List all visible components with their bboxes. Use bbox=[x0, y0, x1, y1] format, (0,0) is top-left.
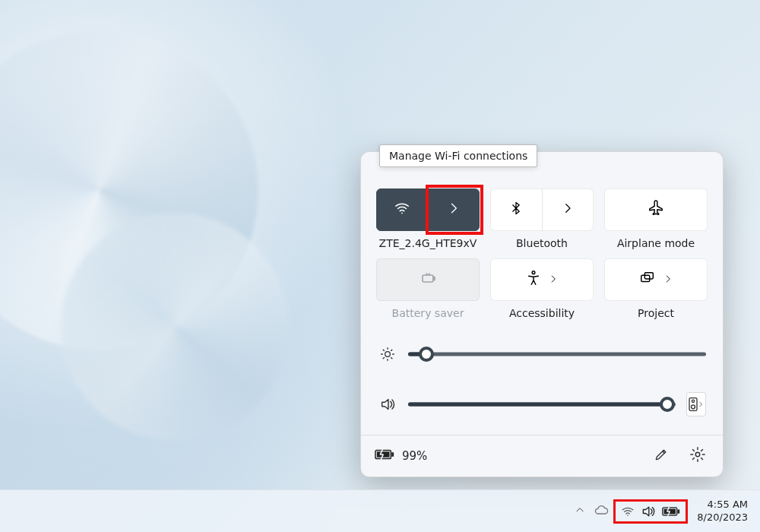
volume-slider[interactable] bbox=[408, 397, 676, 412]
brightness-slider[interactable] bbox=[408, 347, 706, 362]
brightness-slider-row bbox=[378, 347, 706, 362]
edit-quick-settings-button[interactable] bbox=[650, 445, 673, 467]
svg-rect-16 bbox=[678, 509, 680, 513]
gear-icon bbox=[689, 446, 706, 466]
bluetooth-toggle[interactable] bbox=[491, 189, 542, 230]
wifi-tile[interactable] bbox=[376, 188, 480, 231]
accessibility-tile-label: Accessibility bbox=[509, 307, 575, 322]
battery-charging-icon bbox=[662, 505, 680, 518]
taskbar-time: 4:55 AM bbox=[697, 499, 748, 511]
wifi-expand-button[interactable] bbox=[428, 189, 480, 230]
chevron-right-icon bbox=[548, 273, 559, 287]
svg-rect-1 bbox=[423, 275, 433, 282]
bluetooth-tile-label: Bluetooth bbox=[516, 237, 568, 252]
battery-status-button[interactable]: 99% bbox=[375, 448, 427, 464]
cloud-icon bbox=[594, 505, 609, 521]
svg-point-8 bbox=[692, 400, 694, 402]
airplane-icon bbox=[648, 200, 664, 220]
chevron-right-icon bbox=[561, 201, 575, 218]
battery-saver-tile bbox=[376, 258, 480, 301]
battery-saver-tile-label: Battery saver bbox=[392, 307, 464, 322]
quick-settings-tiles: ZTE_2.4G_HTE9xV Bluetooth bbox=[376, 188, 708, 322]
chevron-up-icon bbox=[575, 505, 585, 518]
taskbar-clock[interactable]: 4:55 AM 8/20/2023 bbox=[689, 499, 752, 524]
accessibility-tile[interactable] bbox=[490, 258, 594, 301]
chevron-right-icon bbox=[446, 201, 461, 219]
bluetooth-tile[interactable] bbox=[490, 188, 594, 231]
svg-point-0 bbox=[401, 213, 403, 214]
brightness-icon bbox=[378, 347, 397, 362]
quick-settings-panel: Manage Wi-Fi connections bbox=[360, 151, 724, 477]
project-tile[interactable] bbox=[604, 258, 708, 301]
project-icon bbox=[638, 270, 657, 290]
svg-point-3 bbox=[532, 271, 535, 274]
wifi-manage-tooltip: Manage Wi-Fi connections bbox=[379, 144, 537, 167]
svg-point-9 bbox=[692, 405, 695, 409]
wifi-toggle[interactable] bbox=[377, 189, 428, 230]
project-tile-label: Project bbox=[638, 307, 674, 322]
audio-output-button[interactable] bbox=[686, 392, 706, 416]
tray-overflow-button[interactable] bbox=[569, 505, 591, 518]
svg-rect-2 bbox=[433, 277, 435, 280]
svg-point-13 bbox=[695, 452, 700, 457]
battery-percent-text: 99% bbox=[402, 449, 427, 463]
wifi-icon bbox=[394, 200, 410, 220]
pencil-icon bbox=[654, 447, 669, 465]
tray-network-sound-battery[interactable] bbox=[615, 501, 686, 522]
accessibility-icon bbox=[525, 270, 542, 290]
settings-button[interactable] bbox=[686, 445, 709, 467]
quick-settings-footer: 99% bbox=[361, 435, 723, 477]
volume-slider-row bbox=[378, 392, 706, 416]
airplane-mode-tile[interactable] bbox=[604, 188, 708, 231]
chevron-right-icon bbox=[663, 273, 673, 287]
taskbar: 4:55 AM 8/20/2023 bbox=[0, 489, 760, 532]
taskbar-date: 8/20/2023 bbox=[697, 511, 748, 524]
battery-charging-icon bbox=[375, 448, 394, 464]
tray-onedrive-button[interactable] bbox=[591, 502, 612, 521]
svg-rect-11 bbox=[391, 452, 394, 457]
volume-icon bbox=[378, 396, 397, 413]
svg-point-6 bbox=[385, 352, 391, 357]
volume-icon bbox=[641, 504, 656, 519]
wifi-icon bbox=[621, 505, 635, 518]
battery-saver-icon bbox=[419, 269, 437, 290]
wifi-tile-label: ZTE_2.4G_HTE9xV bbox=[379, 237, 477, 252]
svg-point-14 bbox=[628, 515, 629, 516]
bluetooth-expand-button[interactable] bbox=[542, 189, 594, 230]
bluetooth-icon bbox=[508, 201, 524, 219]
airplane-tile-label: Airplane mode bbox=[617, 237, 695, 252]
